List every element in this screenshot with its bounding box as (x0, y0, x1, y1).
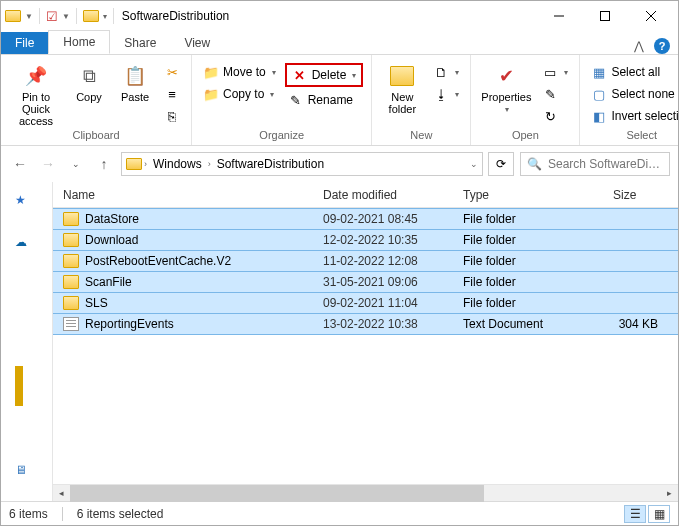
cut-button[interactable]: ✂ (161, 63, 183, 81)
maximize-button[interactable] (582, 1, 628, 31)
group-new: New folder 🗋▾ ⭳▾ New (372, 55, 471, 145)
up-button[interactable]: ↑ (93, 153, 115, 175)
table-row[interactable]: DataStore09-02-2021 08:45File folder (53, 208, 678, 230)
delete-button[interactable]: ✕Delete▾ (285, 63, 364, 87)
copyto-icon: 📁 (203, 86, 219, 102)
copy-path-button[interactable]: ≡ (161, 85, 183, 103)
file-date: 11-02-2022 12:08 (313, 254, 453, 268)
qat-dropdown-icon[interactable]: ▾ (103, 12, 107, 21)
close-button[interactable] (628, 1, 674, 31)
details-view-button[interactable]: ☰ (624, 505, 646, 523)
title-bar: ▼ ☑ ▼ ▾ SoftwareDistribution (1, 1, 678, 31)
quick-access-toolbar: ▼ ☑ ▼ ▾ (5, 8, 116, 24)
rename-button[interactable]: ✎Rename (285, 91, 364, 109)
col-size[interactable]: Size (603, 188, 678, 202)
folder-icon (63, 212, 79, 226)
navigation-pane[interactable]: ★ ☁ 🖥 (1, 182, 53, 501)
history-button[interactable]: ↻ (539, 107, 571, 125)
folder-icon (63, 254, 79, 268)
table-row[interactable]: PostRebootEventCache.V211-02-2022 12:08F… (53, 250, 678, 272)
invert-icon: ◧ (591, 108, 607, 124)
col-name[interactable]: Name (53, 188, 313, 202)
thumbnails-view-button[interactable]: ▦ (648, 505, 670, 523)
scroll-thumb[interactable] (70, 485, 484, 502)
chevron-right-icon[interactable]: › (208, 159, 211, 169)
paste-button[interactable]: 📋 Paste (115, 59, 155, 103)
quick-access-item[interactable]: ★ (1, 188, 52, 212)
minimize-icon (554, 11, 564, 21)
table-row[interactable]: ReportingEvents13-02-2022 10:38Text Docu… (53, 313, 678, 335)
minimize-button[interactable] (536, 1, 582, 31)
horizontal-scrollbar[interactable]: ◂ ▸ (53, 484, 678, 501)
file-name: ScanFile (85, 275, 132, 289)
search-placeholder: Search SoftwareDi… (548, 157, 660, 171)
address-dropdown-icon[interactable]: ⌄ (470, 159, 478, 169)
tab-file[interactable]: File (1, 32, 48, 54)
scroll-left-icon[interactable]: ◂ (53, 485, 70, 502)
tab-share[interactable]: Share (110, 32, 170, 54)
onedrive-item[interactable]: ☁ (1, 230, 52, 254)
table-row[interactable]: ScanFile31-05-2021 09:06File folder (53, 271, 678, 293)
file-name: Download (85, 233, 138, 247)
move-to-button[interactable]: 📁Move to▾ (200, 63, 279, 81)
moveto-icon: 📁 (203, 64, 219, 80)
properties-button[interactable]: ✔ Properties ▾ (479, 59, 533, 114)
ribbon: 📌 Pin to Quick access ⧉ Copy 📋 Paste ✂ ≡… (1, 55, 678, 146)
new-item-button[interactable]: 🗋▾ (430, 63, 462, 81)
select-all-icon: ▦ (591, 64, 607, 80)
table-row[interactable]: Download12-02-2022 10:35File folder (53, 229, 678, 251)
ribbon-tabs: File Home Share View ⋀ ? (1, 31, 678, 55)
pin-to-quick-access-button[interactable]: 📌 Pin to Quick access (9, 59, 63, 127)
star-icon: ★ (15, 193, 26, 207)
copy-button[interactable]: ⧉ Copy (69, 59, 109, 103)
this-pc-item[interactable]: 🖥 (1, 458, 52, 482)
group-clipboard: 📌 Pin to Quick access ⧉ Copy 📋 Paste ✂ ≡… (1, 55, 192, 145)
select-none-button[interactable]: ▢Select none (588, 85, 679, 103)
paste-shortcut-button[interactable]: ⎘ (161, 107, 183, 125)
file-type: File folder (453, 254, 603, 268)
recent-dropdown[interactable]: ⌄ (65, 153, 87, 175)
collapse-ribbon-icon[interactable]: ⋀ (634, 39, 644, 53)
file-type: File folder (453, 233, 603, 247)
qat-dropdown-icon[interactable]: ▼ (62, 12, 70, 21)
group-organize: 📁Move to▾ 📁Copy to▾ ✕Delete▾ ✎Rename Org… (192, 55, 372, 145)
easy-access-button[interactable]: ⭳▾ (430, 85, 462, 103)
file-type: Text Document (453, 317, 603, 331)
back-button[interactable]: ← (9, 153, 31, 175)
forward-button[interactable]: → (37, 153, 59, 175)
address-bar[interactable]: › Windows › SoftwareDistribution ⌄ (121, 152, 483, 176)
breadcrumb-current[interactable]: SoftwareDistribution (213, 157, 328, 171)
breadcrumb-windows[interactable]: Windows (149, 157, 206, 171)
col-type[interactable]: Type (453, 188, 603, 202)
easy-access-icon: ⭳ (433, 86, 449, 102)
edit-button[interactable]: ✎ (539, 85, 571, 103)
open-button[interactable]: ▭▾ (539, 63, 571, 81)
qat-dropdown-icon[interactable]: ▼ (25, 12, 33, 21)
open-icon: ▭ (542, 64, 558, 80)
folder-icon (63, 233, 79, 247)
file-date: 13-02-2022 10:38 (313, 317, 453, 331)
col-date[interactable]: Date modified (313, 188, 453, 202)
folder-icon (83, 10, 99, 22)
new-folder-button[interactable]: New folder (380, 59, 424, 115)
refresh-button[interactable]: ⟳ (488, 152, 514, 176)
file-name: SLS (85, 296, 108, 310)
copy-icon: ⧉ (75, 63, 103, 89)
tab-view[interactable]: View (170, 32, 224, 54)
folder-icon (126, 158, 142, 170)
copy-to-button[interactable]: 📁Copy to▾ (200, 85, 279, 103)
details-icon: ☰ (630, 507, 641, 521)
help-icon[interactable]: ? (654, 38, 670, 54)
tab-home[interactable]: Home (48, 30, 110, 54)
scroll-right-icon[interactable]: ▸ (661, 485, 678, 502)
chevron-right-icon[interactable]: › (144, 159, 147, 169)
table-row[interactable]: SLS09-02-2021 11:04File folder (53, 292, 678, 314)
shortcut-icon: ⎘ (164, 108, 180, 124)
select-all-button[interactable]: ▦Select all (588, 63, 679, 81)
select-none-icon: ▢ (591, 86, 607, 102)
search-box[interactable]: 🔍 Search SoftwareDi… (520, 152, 670, 176)
checkbox-icon[interactable]: ☑ (46, 9, 58, 24)
file-list-pane: Name Date modified Type Size DataStore09… (53, 182, 678, 501)
invert-selection-button[interactable]: ◧Invert selection (588, 107, 679, 125)
text-file-icon (63, 317, 79, 331)
